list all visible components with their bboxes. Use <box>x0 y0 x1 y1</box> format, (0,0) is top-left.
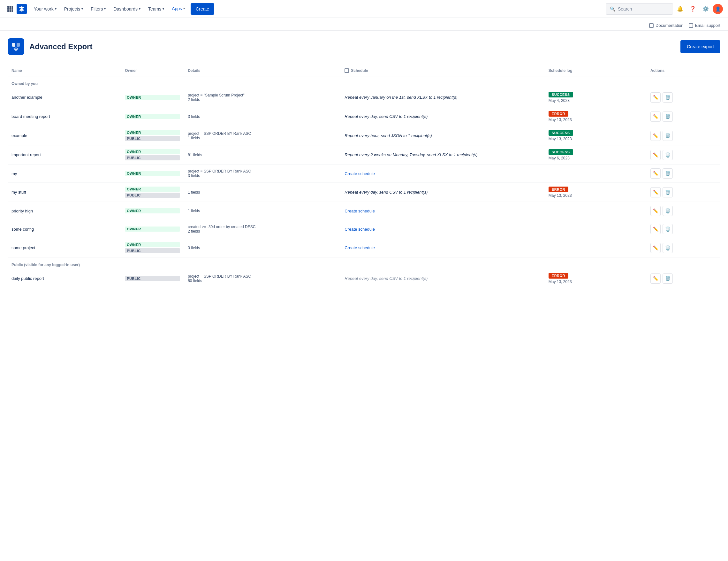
table-row: another exampleOWNERproject = "Sample Sc… <box>8 88 720 107</box>
svg-rect-5 <box>11 8 13 10</box>
schedule-log-cell: SUCCESSMay 6, 2023 <box>545 145 647 164</box>
details-line2: 3 fields <box>188 114 337 119</box>
create-export-button[interactable]: Create export <box>680 40 720 53</box>
table-row: some projectOWNERPUBLIC3 fieldsCreate sc… <box>8 238 720 257</box>
advanced-export-icon <box>8 38 24 55</box>
svg-rect-3 <box>7 8 9 10</box>
nav-your-work[interactable]: Your work ▾ <box>31 3 60 15</box>
details-cell: project = SSP ORDER BY Rank ASC1 fields <box>184 126 341 145</box>
public-badge: PUBLIC <box>125 155 180 160</box>
table-row: exampleOWNERPUBLICproject = SSP ORDER BY… <box>8 126 720 145</box>
actions-cell: ✏️ 🗑️ <box>647 269 720 288</box>
edit-button[interactable]: ✏️ <box>650 243 661 253</box>
notifications-button[interactable]: 🔔 <box>674 3 686 15</box>
app-title: Advanced Export <box>29 42 92 51</box>
edit-button[interactable]: ✏️ <box>650 92 661 102</box>
owner-cell: OWNER <box>121 164 184 183</box>
app-logo[interactable] <box>17 4 27 14</box>
owner-cell: OWNERPUBLIC <box>121 145 184 164</box>
table-row: board meeting reportOWNER3 fieldsRepeat … <box>8 107 720 126</box>
edit-button[interactable]: ✏️ <box>650 131 661 141</box>
details-line2: 81 fields <box>188 153 337 157</box>
edit-button[interactable]: ✏️ <box>650 206 661 216</box>
chevron-down-icon: ▾ <box>104 7 106 11</box>
status-badge: ERROR <box>549 111 568 117</box>
details-cell: 1 fields <box>184 183 341 202</box>
status-badge: ERROR <box>549 186 568 192</box>
nav-filters[interactable]: Filters ▾ <box>87 3 109 15</box>
documentation-link[interactable]: Documentation <box>649 23 683 28</box>
chevron-down-icon: ▾ <box>55 7 57 11</box>
nav-projects[interactable]: Projects ▾ <box>61 3 87 15</box>
name-cell: my stuff <box>8 183 121 202</box>
edit-button[interactable]: ✏️ <box>650 273 661 284</box>
status-badge: SUCCESS <box>549 130 573 136</box>
create-schedule-link[interactable]: Create schedule <box>345 208 375 213</box>
create-schedule-link[interactable]: Create schedule <box>345 171 375 176</box>
actions-cell: ✏️ 🗑️ <box>647 202 720 220</box>
chevron-down-icon: ▾ <box>183 7 185 10</box>
schedule-cell[interactable]: Create schedule <box>341 202 545 220</box>
nav-teams[interactable]: Teams ▾ <box>145 3 167 15</box>
schedule-checkbox[interactable] <box>345 68 349 73</box>
email-support-link[interactable]: Email support <box>689 23 720 28</box>
chevron-down-icon: ▾ <box>81 7 83 11</box>
nav-dashboards[interactable]: Dashboards ▾ <box>110 3 144 15</box>
schedule-cell[interactable]: Create schedule <box>341 164 545 183</box>
create-schedule-link[interactable]: Create schedule <box>345 227 375 231</box>
details-cell: 1 fields <box>184 202 341 220</box>
search-bar[interactable]: 🔍 <box>606 3 673 15</box>
exports-table-wrap: Name Owner Details Schedule Schedule log… <box>0 60 728 299</box>
create-schedule-link[interactable]: Create schedule <box>345 245 375 250</box>
schedule-log-cell: ERRORMay 13, 2023 <box>545 107 647 126</box>
delete-button[interactable]: 🗑️ <box>663 273 673 284</box>
edit-button[interactable]: ✏️ <box>650 187 661 197</box>
name-cell: priority high <box>8 202 121 220</box>
details-line1: project = SSP ORDER BY Rank ASC <box>188 131 337 136</box>
delete-button[interactable]: 🗑️ <box>663 243 673 253</box>
top-actions-bar: Documentation Email support <box>0 18 728 31</box>
owner-badge: OWNER <box>125 171 180 176</box>
delete-button[interactable]: 🗑️ <box>663 92 673 102</box>
table-row: myOWNERproject = SSP ORDER BY Rank ASC3 … <box>8 164 720 183</box>
delete-button[interactable]: 🗑️ <box>663 150 673 160</box>
svg-rect-8 <box>11 10 13 12</box>
owner-badge: OWNER <box>125 130 180 135</box>
delete-button[interactable]: 🗑️ <box>663 168 673 178</box>
details-cell: project = SSP ORDER BY Rank ASC80 fields <box>184 269 341 288</box>
schedule-log-cell: SUCCESSMay 13, 2023 <box>545 126 647 145</box>
schedule-cell[interactable]: Create schedule <box>341 238 545 257</box>
edit-button[interactable]: ✏️ <box>650 224 661 234</box>
schedule-cell[interactable]: Create schedule <box>341 220 545 238</box>
search-input[interactable] <box>618 6 669 11</box>
edit-button[interactable]: ✏️ <box>650 150 661 160</box>
public-badge: PUBLIC <box>125 276 180 281</box>
help-button[interactable]: ❓ <box>687 3 699 15</box>
table-section-header: Public (visible for any logged-in user) <box>8 257 720 269</box>
schedule-log-cell: ERRORMay 13, 2023 <box>545 269 647 288</box>
edit-button[interactable]: ✏️ <box>650 168 661 178</box>
top-navigation: Your work ▾ Projects ▾ Filters ▾ Dashboa… <box>0 0 728 18</box>
create-button[interactable]: Create <box>191 3 214 15</box>
owner-badge: OWNER <box>125 95 180 100</box>
public-badge: PUBLIC <box>125 136 180 141</box>
owner-cell: OWNERPUBLIC <box>121 238 184 257</box>
status-badge: ERROR <box>549 273 568 278</box>
nav-apps[interactable]: Apps ▾ <box>169 3 188 15</box>
settings-button[interactable]: ⚙️ <box>700 3 711 15</box>
edit-button[interactable]: ✏️ <box>650 111 661 122</box>
delete-button[interactable]: 🗑️ <box>663 131 673 141</box>
delete-button[interactable]: 🗑️ <box>663 224 673 234</box>
svg-rect-1 <box>10 6 11 8</box>
actions-cell: ✏️ 🗑️ <box>647 126 720 145</box>
delete-button[interactable]: 🗑️ <box>663 206 673 216</box>
delete-button[interactable]: 🗑️ <box>663 187 673 197</box>
log-date: May 13, 2023 <box>549 279 643 284</box>
name-cell: daily public report <box>8 269 121 288</box>
user-avatar[interactable]: 👤 <box>713 4 723 14</box>
details-line2: 2 fields <box>188 97 337 102</box>
grid-menu-icon[interactable] <box>5 4 15 14</box>
page-content: Documentation Email support Advanced Exp… <box>0 18 728 561</box>
details-cell: project = SSP ORDER BY Rank ASC3 fields <box>184 164 341 183</box>
delete-button[interactable]: 🗑️ <box>663 111 673 122</box>
